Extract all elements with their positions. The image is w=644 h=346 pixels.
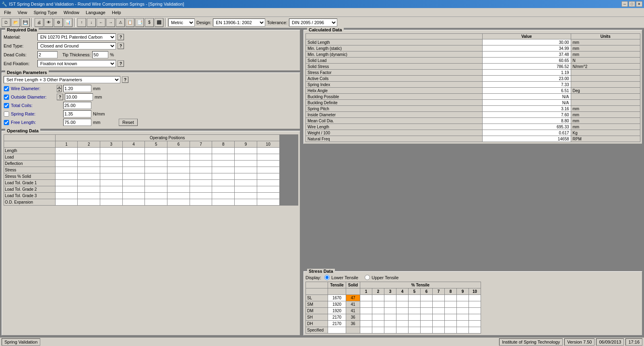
op-cell[interactable] [257, 167, 279, 173]
op-cell[interactable] [212, 186, 235, 193]
free-length-input[interactable] [63, 119, 91, 126]
end-type-help-button[interactable]: ? [118, 43, 124, 49]
wire-diameter-up[interactable]: ▲ [57, 85, 62, 89]
op-cell[interactable] [235, 167, 257, 173]
op-cell[interactable] [122, 161, 145, 167]
tip-thickness-input[interactable] [92, 51, 108, 58]
op-cell[interactable] [212, 180, 235, 186]
menu-language[interactable]: Language [83, 9, 108, 16]
op-cell[interactable] [78, 167, 100, 173]
menu-spring-type[interactable]: Spring Type [31, 9, 60, 16]
op-cell[interactable] [145, 167, 167, 173]
op-cell[interactable] [78, 161, 100, 167]
op-cell[interactable] [235, 161, 257, 167]
op-cell[interactable] [55, 154, 78, 161]
op-cell[interactable] [257, 180, 279, 186]
op-cell[interactable] [212, 161, 235, 167]
toolbar-save[interactable]: 💾 [21, 18, 30, 27]
op-cell[interactable] [190, 180, 212, 186]
op-cell[interactable] [257, 161, 279, 167]
op-cell[interactable] [122, 186, 145, 193]
op-cell[interactable] [167, 154, 190, 161]
op-cell[interactable] [167, 161, 190, 167]
op-cell[interactable] [235, 186, 257, 193]
toolbar-btn10[interactable]: 📋 [126, 18, 134, 27]
design-select[interactable]: EN 13906-1: 2002 [213, 19, 265, 27]
op-cell[interactable] [212, 193, 235, 199]
op-cell[interactable] [212, 148, 235, 154]
op-cell[interactable] [190, 199, 212, 206]
op-cell[interactable] [145, 180, 167, 186]
op-cell[interactable] [235, 193, 257, 199]
op-cell[interactable] [167, 167, 190, 173]
menu-help[interactable]: Help [109, 9, 124, 16]
op-cell[interactable] [257, 199, 279, 206]
op-cell[interactable] [190, 173, 212, 180]
op-cell[interactable] [190, 161, 212, 167]
op-cell[interactable] [190, 193, 212, 199]
op-cell[interactable] [257, 193, 279, 199]
free-length-check[interactable] [4, 120, 9, 125]
material-help-button[interactable]: ? [118, 34, 124, 40]
op-cell[interactable] [212, 173, 235, 180]
toolbar-btn6[interactable]: ↓ [87, 18, 96, 27]
toolbar-open[interactable]: 📂 [11, 18, 20, 27]
op-cell[interactable] [235, 154, 257, 161]
reset-button[interactable]: Reset [119, 119, 138, 126]
op-cell[interactable] [212, 154, 235, 161]
op-cell[interactable] [55, 148, 78, 154]
spring-rate-check[interactable] [4, 111, 9, 117]
op-cell[interactable] [122, 180, 145, 186]
op-cell[interactable] [145, 148, 167, 154]
param-set-help-button[interactable]: ? [122, 76, 128, 83]
op-cell[interactable] [167, 193, 190, 199]
spring-rate-input[interactable] [63, 110, 91, 117]
end-type-select[interactable]: Closed and Ground Open Closed [37, 42, 116, 49]
op-cell[interactable] [100, 167, 123, 173]
op-cell[interactable] [145, 173, 167, 180]
op-cell[interactable] [78, 186, 100, 193]
op-cell[interactable] [257, 154, 279, 161]
toolbar-preview[interactable]: 👁 [44, 18, 53, 27]
op-cell[interactable] [78, 173, 100, 180]
op-cell[interactable] [190, 148, 212, 154]
close-button[interactable]: ✕ [636, 1, 642, 7]
end-fixation-select[interactable]: Fixation not known [37, 60, 116, 67]
op-cell[interactable] [145, 161, 167, 167]
wire-diameter-down[interactable]: ▼ [57, 89, 62, 92]
wire-diameter-spinner[interactable]: ▲ ▼ [57, 85, 62, 92]
op-cell[interactable] [78, 180, 100, 186]
op-cell[interactable] [78, 193, 100, 199]
op-cell[interactable] [145, 199, 167, 206]
toolbar-btn8[interactable]: → [106, 18, 115, 27]
wire-diameter-check[interactable] [4, 86, 9, 91]
op-cell[interactable] [122, 148, 145, 154]
op-cell[interactable] [190, 186, 212, 193]
metric-select[interactable]: Metric Imperial [168, 19, 195, 27]
op-cell[interactable] [167, 173, 190, 180]
toolbar-btn13[interactable]: ⬛ [155, 18, 163, 27]
op-cell[interactable] [145, 154, 167, 161]
menu-window[interactable]: Window [61, 9, 82, 16]
op-cell[interactable] [235, 173, 257, 180]
op-cell[interactable] [100, 199, 123, 206]
end-fixation-help-button[interactable]: ? [118, 60, 124, 67]
op-cell[interactable] [122, 193, 145, 199]
op-cell[interactable] [100, 186, 123, 193]
lower-tensile-radio[interactable] [324, 275, 330, 280]
op-cell[interactable] [55, 161, 78, 167]
param-set-select[interactable]: Set Free Length + 3 Other Parameters [4, 76, 120, 83]
wire-diameter-input[interactable] [63, 85, 91, 92]
op-cell[interactable] [55, 193, 78, 199]
op-cell[interactable] [235, 180, 257, 186]
op-cell[interactable] [190, 154, 212, 161]
toolbar-new[interactable]: 🗋 [2, 18, 10, 27]
op-cell[interactable] [55, 186, 78, 193]
toolbar-print[interactable]: 🖨 [35, 18, 43, 27]
op-cell[interactable] [78, 154, 100, 161]
op-cell[interactable] [235, 199, 257, 206]
outside-diameter-check[interactable] [4, 95, 9, 100]
op-cell[interactable] [167, 186, 190, 193]
op-cell[interactable] [235, 148, 257, 154]
op-cell[interactable] [190, 167, 212, 173]
